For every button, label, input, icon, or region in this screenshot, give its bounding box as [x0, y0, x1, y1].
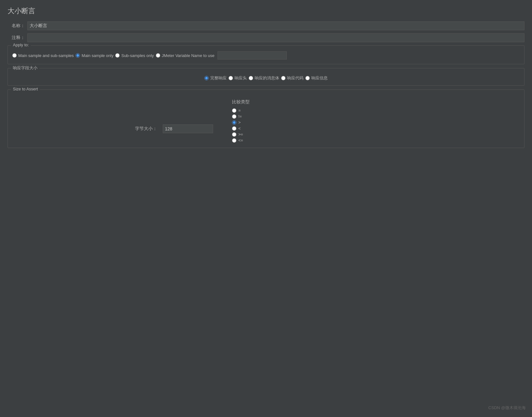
apply-jmeter-var-option[interactable]: JMeter Variable Name to use [156, 53, 214, 58]
size-row: 字节大小： 比较类型 = != > [132, 96, 250, 143]
apply-jmeter-var-label: JMeter Variable Name to use [162, 53, 214, 58]
rf-full-radio[interactable] [204, 76, 209, 80]
rf-code-option[interactable]: 响应代码 [281, 75, 303, 81]
rf-full-label: 完整响应 [210, 75, 227, 81]
byte-size-input[interactable] [163, 124, 213, 133]
name-input[interactable] [27, 21, 524, 30]
apply-to-radio-group: Main sample and sub-samples Main sample … [12, 49, 520, 60]
apply-to-legend: Apply to: [11, 43, 31, 47]
rf-message-label: 响应信息 [311, 75, 328, 81]
cmp-neq-label: != [238, 114, 242, 119]
cmp-gte-label: >= [238, 132, 243, 137]
response-field-legend: 响应字段大小 [11, 65, 39, 71]
cmp-gt-option[interactable]: > [232, 120, 250, 125]
cmp-gte-option[interactable]: >= [232, 132, 250, 137]
apply-main-only-option[interactable]: Main sample only [76, 53, 113, 58]
apply-jmeter-var-radio[interactable] [156, 53, 160, 58]
compare-type-section: 比较类型 = != > < [232, 99, 250, 143]
rf-message-option[interactable]: 响应信息 [305, 75, 328, 81]
cmp-eq-option[interactable]: = [232, 108, 250, 113]
watermark: CSDN @微木填沦海 [488, 405, 526, 411]
apply-sub-only-option[interactable]: Sub-samples only [115, 53, 154, 58]
apply-main-sub-radio[interactable] [12, 53, 17, 58]
cmp-lt-radio[interactable] [232, 126, 236, 131]
comment-row: 注释： [8, 33, 524, 42]
cmp-lte-radio[interactable] [232, 138, 236, 143]
compare-type-title: 比较类型 [232, 99, 250, 105]
name-row: 名称： [8, 21, 524, 30]
rf-header-label: 响应头 [235, 75, 247, 81]
rf-message-radio[interactable] [305, 76, 310, 80]
apply-sub-only-radio[interactable] [115, 53, 120, 58]
size-assert-content: 字节大小： 比较类型 = != > [12, 93, 520, 143]
name-label: 名称： [8, 23, 25, 29]
cmp-gt-radio[interactable] [232, 120, 236, 125]
comment-input[interactable] [27, 33, 524, 42]
comment-label: 注释： [8, 35, 25, 41]
cmp-lte-option[interactable]: <= [232, 138, 250, 143]
rf-body-radio[interactable] [249, 76, 253, 80]
cmp-eq-label: = [238, 108, 241, 113]
byte-size-label: 字节大小： [132, 126, 157, 132]
cmp-lt-option[interactable]: < [232, 126, 250, 131]
rf-code-label: 响应代码 [287, 75, 303, 81]
jmeter-var-input[interactable] [218, 51, 287, 60]
rf-header-option[interactable]: 响应头 [229, 75, 247, 81]
cmp-neq-option[interactable]: != [232, 114, 250, 119]
rf-code-radio[interactable] [281, 76, 286, 80]
cmp-gte-radio[interactable] [232, 132, 236, 137]
page-title: 大小断言 [8, 6, 524, 16]
cmp-lt-label: < [238, 126, 241, 131]
size-assert-section: Size to Assert 字节大小： 比较类型 = != [8, 89, 524, 148]
apply-main-sub-option[interactable]: Main sample and sub-samples [12, 53, 74, 58]
apply-main-only-radio[interactable] [76, 53, 80, 58]
apply-main-sub-label: Main sample and sub-samples [18, 53, 74, 58]
size-assert-legend: Size to Assert [11, 87, 40, 91]
byte-size-row: 字节大小： [132, 124, 213, 133]
rf-body-label: 响应的消息体 [255, 75, 279, 81]
rf-header-radio[interactable] [229, 76, 233, 80]
cmp-eq-radio[interactable] [232, 108, 236, 113]
cmp-neq-radio[interactable] [232, 114, 236, 119]
apply-to-section: Apply to: Main sample and sub-samples Ma… [8, 45, 524, 64]
apply-sub-only-label: Sub-samples only [121, 53, 154, 58]
response-field-section: 响应字段大小 完整响应 响应头 响应的消息体 响应代码 响应信息 [8, 68, 524, 86]
cmp-gt-label: > [238, 120, 241, 125]
rf-full-option[interactable]: 完整响应 [204, 75, 227, 81]
cmp-lte-label: <= [238, 138, 243, 143]
rf-body-option[interactable]: 响应的消息体 [249, 75, 279, 81]
response-field-radio-group: 完整响应 响应头 响应的消息体 响应代码 响应信息 [12, 71, 520, 81]
apply-main-only-label: Main sample only [82, 53, 113, 58]
